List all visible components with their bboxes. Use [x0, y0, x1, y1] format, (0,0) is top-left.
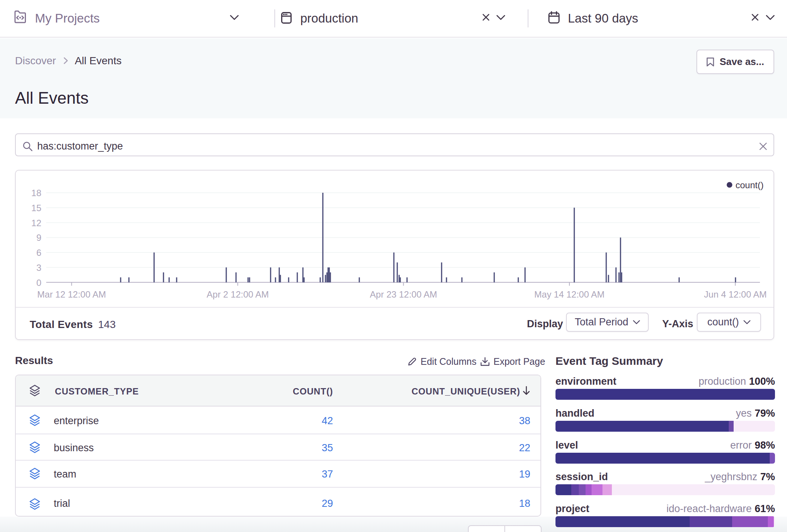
- svg-text:3: 3: [36, 263, 41, 273]
- svg-text:Jun 4 12:00 AM: Jun 4 12:00 AM: [704, 289, 767, 299]
- svg-text:15: 15: [31, 203, 41, 213]
- svg-text:6: 6: [36, 248, 41, 258]
- svg-text:Mar 12 12:00 AM: Mar 12 12:00 AM: [37, 289, 106, 299]
- svg-text:Apr 23 12:00 AM: Apr 23 12:00 AM: [370, 289, 437, 299]
- svg-text:count(): count(): [736, 180, 764, 190]
- svg-text:18: 18: [31, 188, 41, 198]
- svg-text:12: 12: [31, 218, 41, 228]
- svg-text:0: 0: [36, 278, 41, 288]
- svg-text:Apr 2 12:00 AM: Apr 2 12:00 AM: [207, 289, 269, 299]
- svg-text:May 14 12:00 AM: May 14 12:00 AM: [534, 289, 605, 299]
- svg-text:9: 9: [36, 233, 41, 243]
